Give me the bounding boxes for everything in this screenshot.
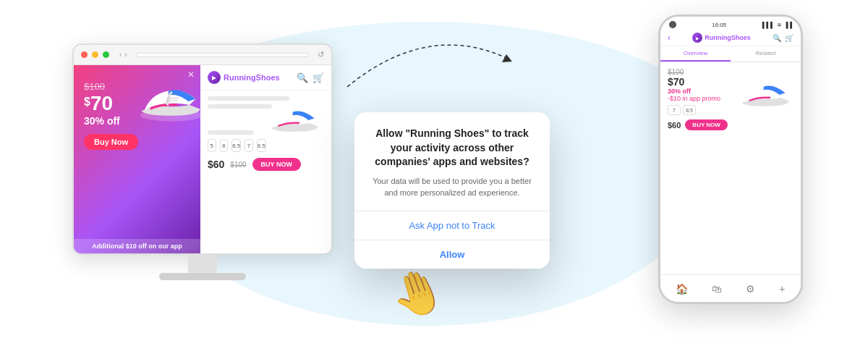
phone-logo-icon: ▶ [692,33,702,43]
monitor-stand [72,255,333,280]
stand-base [159,273,246,280]
tracking-popup: Allow "Running Shoes" to track your acti… [354,112,550,269]
content-line-2 [208,104,272,109]
signal-icon: ▌▌▌ [762,22,775,28]
phone-tabs: Overview Related [660,46,801,62]
phone-wrapper: 16:05 ▌▌▌ ≋ ▐▐ ‹ ▶ RunningShoes 🔍 🛒 [658,14,803,304]
phone-header-icons: 🔍 🛒 [773,34,793,42]
svg-marker-0 [502,54,512,62]
size-6[interactable]: 6 [220,139,229,152]
dashed-arrow [326,36,528,94]
size-7[interactable]: 7 [244,139,253,152]
popup-title: Allow "Running Shoes" to track your acti… [367,127,537,169]
phone-cart-icon[interactable]: 🛒 [785,34,793,42]
phone-logo: ▶ RunningShoes [692,33,751,43]
shop-body: 5 6 6.5 7 8.5 $60 $100 BUY NOW [200,90,331,177]
phone-navbar: 🏠 🛍 ⚙ + [660,274,801,302]
dot-yellow [92,51,98,58]
shop-price-row: $60 $100 BUY NOW [208,158,324,171]
shop-logo-icon: ▶ [208,71,221,84]
nav-back[interactable]: ‹ [119,51,122,59]
phone-nav-home[interactable]: 🏠 [676,283,688,295]
ad-price-symbol: $ [84,96,90,108]
tab-related[interactable]: Related [731,46,801,62]
phone-time: 16:05 [712,22,726,28]
monitor: ‹ › ↺ ✕ $100 $70 30% off [72,43,333,255]
dot-green [103,51,109,58]
size-85[interactable]: 8.5 [257,139,266,152]
phone-buy-now-button[interactable]: BUY NOW [685,119,728,130]
ask-not-to-track-button[interactable]: Ask App not to Track [354,211,550,240]
shop-logo: ▶ RunningShoes [208,71,280,84]
shop-header-icons: 🔍 🛒 [297,72,324,83]
shop-price-old: $100 [230,161,246,169]
ad-buy-now-button[interactable]: Buy Now [84,134,138,150]
battery-icon: ▐▐ [784,22,792,28]
shop-buy-now-button[interactable]: BUY NOW [252,158,301,171]
phone-back-button[interactable]: ‹ [668,33,671,43]
phone-status-icons: ▌▌▌ ≋ ▐▐ [762,22,792,28]
stand-neck [188,255,217,273]
phone-nav-shop[interactable]: 🛍 [712,283,722,295]
monitor-content: ✕ $100 $70 30% off [74,65,331,253]
phone-search-icon[interactable]: 🔍 [773,34,781,42]
phone-body: $100 $70 30% off -$10 in app promo 7 8.5 [660,62,801,222]
shop-header: ▶ RunningShoes 🔍 🛒 [200,65,331,90]
phone-header: ‹ ▶ RunningShoes 🔍 🛒 [660,30,801,46]
popup-body: Allow "Running Shoes" to track your acti… [354,112,550,199]
refresh-icon[interactable]: ↺ [318,50,324,59]
phone-notch [669,21,676,28]
phone-nav-plus[interactable]: + [779,283,785,295]
phone-nav-settings[interactable]: ⚙ [746,283,755,295]
size-row: 5 6 6.5 7 8.5 [208,139,266,152]
monitor-nav: ‹ › [119,51,127,59]
content-line-3 [208,130,254,135]
phone: 16:05 ▌▌▌ ≋ ▐▐ ‹ ▶ RunningShoes 🔍 🛒 [658,14,803,304]
tab-overview[interactable]: Overview [660,46,731,62]
size-5[interactable]: 5 [208,139,216,152]
nav-forward[interactable]: › [124,51,127,59]
phone-logo-text: RunningShoes [705,34,751,41]
shop-panel: ▶ RunningShoes 🔍 🛒 [200,65,331,253]
monitor-titlebar: ‹ › ↺ [74,45,331,65]
ad-footer-text: Additional $10 off on our app [74,239,200,253]
cart-icon[interactable]: 🛒 [312,72,324,83]
ad-banner: ✕ $100 $70 30% off [74,65,200,253]
search-icon[interactable]: 🔍 [297,72,308,83]
phone-shoe-image [737,75,795,118]
wifi-icon: ≋ [777,22,782,28]
monitor-url-bar[interactable] [136,53,309,57]
shop-shoe-image [266,100,324,140]
allow-tracking-button[interactable]: Allow [354,240,550,269]
phone-size-7[interactable]: 7 [668,105,681,115]
phone-size-85[interactable]: 8.5 [683,105,696,115]
shop-price-current: $60 [208,159,224,170]
monitor-wrapper: ‹ › ↺ ✕ $100 $70 30% off [72,43,333,280]
phone-price-row: $60 BUY NOW [668,119,793,130]
popup-subtitle: Your data will be used to provide you a … [367,175,537,199]
dot-red [81,51,88,58]
size-65[interactable]: 6.5 [231,139,241,152]
phone-statusbar: 16:05 ▌▌▌ ≋ ▐▐ [660,17,801,30]
shop-logo-text: RunningShoes [224,73,280,82]
phone-price-current: $60 [668,121,681,130]
ad-shoe-image [135,76,200,134]
